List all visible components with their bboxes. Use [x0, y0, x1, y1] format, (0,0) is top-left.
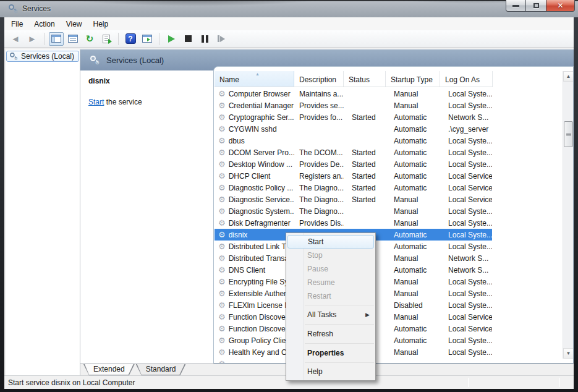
description-cell: Provides De... [294, 160, 344, 169]
column-header-name[interactable]: ▲ Name [215, 71, 294, 87]
menu-separator [305, 324, 374, 325]
tab-standard[interactable]: Standard [136, 364, 186, 375]
maximize-button[interactable] [526, 0, 546, 12]
table-row[interactable]: ⚙ Diagnostic Policy ... The Diagno... St… [215, 182, 492, 194]
log-on-as-cell: Network S... [440, 254, 492, 263]
table-row[interactable]: ⚙ Cryptographic Ser... Provides fo... St… [215, 111, 492, 123]
start-service-link[interactable]: Start [88, 98, 104, 106]
startup-type-cell: Automatic [386, 148, 440, 157]
forward-icon[interactable]: ► [25, 32, 40, 46]
context-menu-item-properties[interactable]: Properties [286, 346, 375, 360]
menu-help[interactable]: Help [88, 19, 114, 30]
description-cell: Provides se... [294, 101, 344, 110]
gear-icon: ⚙ [218, 348, 226, 356]
service-name-cell: ⚙ Encrypting File Sy [215, 278, 294, 286]
pause-service-icon[interactable] [197, 32, 212, 46]
table-row[interactable]: ⚙ CYGWIN sshd Automatic .\cyg_server [215, 123, 492, 135]
startup-type-cell: Automatic [386, 231, 440, 239]
gear-icon: ⚙ [218, 125, 226, 133]
status-cell: Started [344, 113, 386, 122]
close-button[interactable]: ✕ [546, 0, 575, 12]
stop-service-icon[interactable] [181, 32, 195, 46]
column-header-description[interactable]: Description [294, 71, 344, 87]
table-row[interactable]: ⚙ Disk Defragmenter Provides Dis... Manu… [215, 217, 492, 229]
gear-icon: ⚙ [218, 242, 226, 250]
context-menu-item-restart: Restart [286, 289, 375, 303]
log-on-as-cell: Local Syste... [440, 348, 492, 357]
log-on-as-cell: Local Syste... [440, 336, 492, 345]
services-list-card: ▲ Name Description Status Startup Type L… [213, 66, 574, 364]
vertical-scrollbar[interactable]: ▲ ▼ [563, 71, 573, 359]
column-header-startup-type[interactable]: Startup Type [386, 71, 440, 87]
menu-action[interactable]: Action [28, 19, 60, 30]
restart-service-icon[interactable] [214, 32, 229, 46]
log-on-as-cell: Network S... [440, 113, 492, 122]
table-row[interactable]: ⚙ DHCP Client Registers an... Started Au… [215, 170, 492, 182]
properties-icon[interactable] [66, 32, 80, 46]
tree-item-label: Services (Local) [21, 52, 74, 61]
help-icon[interactable]: ? [123, 32, 138, 46]
gear-icon: ⚙ [218, 360, 226, 364]
export-list-icon[interactable] [99, 32, 114, 46]
log-on-as-cell: Local Syste... [440, 301, 492, 310]
service-name-cell: ⚙ dbus [215, 137, 294, 145]
context-menu-item-start[interactable]: Start [287, 235, 374, 249]
gear-icon: ⚙ [218, 231, 226, 239]
tree-item-services-local[interactable]: ⚙ Services (Local) [6, 51, 79, 62]
context-menu-item-help[interactable]: Help [286, 365, 375, 378]
scrollbar-thumb[interactable] [564, 121, 573, 147]
startup-type-cell: Automatic [386, 160, 440, 169]
table-row[interactable]: ⚙ dbus Automatic Local Syste... [215, 135, 492, 147]
show-action-pane-icon[interactable] [140, 32, 155, 46]
description-cell: Provides fo... [294, 113, 344, 122]
table-row[interactable]: ⚙ Credential Manager Provides se... Manu… [215, 100, 492, 111]
gear-icon: ⚙ [218, 336, 226, 344]
table-row[interactable]: ⚙ Diagnostic System... The Diagno... Man… [215, 205, 492, 217]
context-menu-item-all-tasks[interactable]: All Tasks ▶ [286, 307, 375, 322]
startup-type-cell: Manual [386, 219, 440, 228]
log-on-as-cell: Local Syste... [440, 207, 492, 216]
tab-extended[interactable]: Extended [83, 364, 135, 375]
table-row[interactable]: ⚙ Desktop Window ... Provides De... Star… [215, 158, 492, 170]
log-on-as-cell: Local Syste... [440, 278, 492, 286]
scroll-up-icon[interactable]: ▲ [563, 71, 574, 82]
description-cell: The DCOM... [294, 148, 344, 157]
title-bar[interactable]: ⚙ Services ✕ [0, 0, 578, 17]
table-row[interactable]: ⚙ DCOM Server Pro... The DCOM... Started… [215, 147, 492, 158]
services-app-icon: ⚙ [8, 4, 18, 14]
startup-type-cell: Automatic [386, 137, 440, 145]
service-name-cell: ⚙ Extensible Authen [215, 289, 294, 298]
list-header: ▲ Name Description Status Startup Type L… [215, 71, 493, 87]
show-console-tree-icon[interactable] [49, 32, 64, 46]
log-on-as-cell: Local Service [440, 184, 492, 192]
log-on-as-cell: Local Service [440, 195, 492, 204]
context-menu-item-refresh[interactable]: Refresh [286, 326, 375, 341]
refresh-icon[interactable]: ↻ [82, 32, 97, 46]
menu-file[interactable]: File [6, 19, 28, 30]
column-header-status[interactable]: Status [344, 71, 386, 87]
gear-icon: ⚙ [218, 219, 226, 227]
gear-icon: ⚙ [218, 160, 226, 168]
menu-view[interactable]: View [61, 19, 88, 30]
scroll-down-icon[interactable]: ▼ [563, 348, 574, 359]
log-on-as-cell: Local Syste... [440, 101, 492, 110]
status-cell: Started [344, 160, 386, 169]
service-name-cell: ⚙ CYGWIN sshd [215, 125, 294, 134]
menu-bar: File Action View Help [4, 17, 574, 30]
back-icon[interactable]: ◄ [8, 32, 23, 46]
startup-type-cell: Automatic [386, 172, 440, 181]
startup-type-cell: Automatic [386, 184, 440, 192]
minimize-button[interactable] [506, 0, 526, 12]
column-header-log-on-as[interactable]: Log On As [440, 71, 493, 87]
service-name-cell: ⚙ Disk Defragmenter [215, 219, 294, 228]
status-separator [559, 378, 560, 387]
banner-title: Services (Local) [106, 56, 164, 65]
table-row[interactable]: ⚙ Computer Browser Maintains a... Manual… [215, 88, 492, 100]
startup-type-cell: Automatic [386, 325, 440, 333]
description-cell: Maintains a... [294, 90, 344, 98]
start-service-icon[interactable] [164, 32, 179, 46]
table-row[interactable]: ⚙ Diagnostic Service... The Diagno... St… [215, 194, 492, 205]
menu-separator [305, 305, 374, 305]
service-name-cell: ⚙ DHCP Client [215, 172, 294, 181]
startup-type-cell: Disabled [386, 301, 440, 310]
